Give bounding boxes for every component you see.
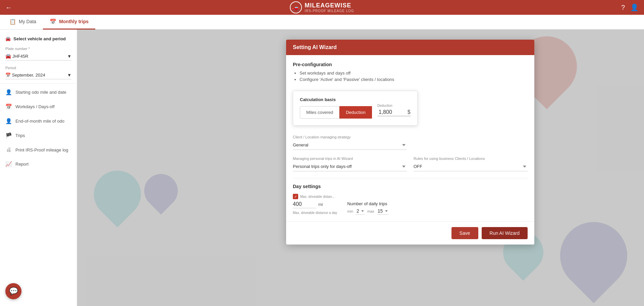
miles-covered-button[interactable]: Miles covered xyxy=(300,106,339,119)
wizard-header: Setting AI Wizard xyxy=(286,40,534,55)
app-subtitle: IRS-PROOF MILEAGE LOG xyxy=(305,9,354,13)
period-field: Period 📅 September, 2024 ▼ xyxy=(0,63,77,82)
sidebar-item-workdays[interactable]: 📅 Workdays / Days-off xyxy=(0,99,77,114)
calc-basis-popup: Calculation basis Miles covered Deductio… xyxy=(293,91,418,126)
business-rules-label: Rules for using business Clients / Locat… xyxy=(414,157,528,161)
max-drive-label: Max. driveable distan... xyxy=(300,195,335,199)
period-value: September, 2024 xyxy=(12,73,45,78)
plate-number-field: Plate number * 🚘 JHF45R ▼ xyxy=(0,44,77,63)
personal-trips-select[interactable]: Personal trips only for days-off All day… xyxy=(293,162,407,171)
max-drive-input[interactable] xyxy=(293,201,316,208)
bullet-1: Set workdays and days off xyxy=(300,71,528,76)
max-label: max xyxy=(367,209,374,213)
wizard-modal: Setting AI Wizard Pre-configuration Set … xyxy=(286,40,534,245)
min-select[interactable]: 2 1 3 xyxy=(356,208,365,215)
logo-area: 🚗 MILEAGEWISE IRS-PROOF MILEAGE LOG xyxy=(290,1,354,13)
deduction-label: Deduction xyxy=(377,104,392,107)
starting-odo-label: Starting odo mile and date xyxy=(15,90,66,95)
client-location-group: Client / Location managing strategy Gene… xyxy=(293,135,407,150)
client-location-label: Client / Location managing strategy xyxy=(293,135,407,139)
end-odo-icon: 👤 xyxy=(5,118,12,124)
print-icon: 🖨 xyxy=(5,147,12,153)
sidebar-item-end-odo[interactable]: 👤 End-of-month mile of odo xyxy=(0,114,77,128)
sidebar-item-starting-odo[interactable]: 👤 Starting odo mile and date xyxy=(0,85,77,99)
min-label: min xyxy=(347,209,353,213)
save-button[interactable]: Save xyxy=(451,227,478,239)
user-icon[interactable]: 👤 xyxy=(630,3,639,11)
daily-trips-group: Number of daily trips min 2 1 3 max xyxy=(347,201,388,215)
business-rules-select[interactable]: OFF ON xyxy=(414,162,528,171)
select-vehicle-title: 🚘 Select vehicle and period xyxy=(0,32,77,44)
deduction-currency-symbol: $ xyxy=(408,109,411,115)
sidebar: 🚘 Select vehicle and period Plate number… xyxy=(0,30,77,306)
day-settings-title: Day settings xyxy=(293,184,528,189)
sidebar-item-print[interactable]: 🖨 Print IRS-Proof mileage log xyxy=(0,143,77,157)
max-drive-note: Max. driveable distance a day xyxy=(293,211,337,215)
sidebar-item-trips[interactable]: 🏴 Trips xyxy=(0,128,77,143)
map-background: Setting AI Wizard Pre-configuration Set … xyxy=(77,30,644,306)
wizard-title: Setting AI Wizard xyxy=(293,44,337,50)
deduction-input[interactable] xyxy=(377,108,408,116)
plate-select[interactable]: 🚘 JHF45R ▼ xyxy=(5,52,71,60)
starting-odo-icon: 👤 xyxy=(5,89,12,95)
run-ai-wizard-button[interactable]: Run AI Wizard xyxy=(482,227,528,239)
calendar-icon: 📅 xyxy=(5,73,11,78)
personal-trips-label: Managing personal trips in AI Wizard xyxy=(293,157,407,161)
vehicle-icon: 🚘 xyxy=(5,36,11,41)
plate-icon: 🚘 xyxy=(5,53,11,59)
chat-icon: 💬 xyxy=(9,287,18,296)
wizard-body: Pre-configuration Set workdays and days … xyxy=(286,55,534,221)
tab-bar: 📋 My Data 📅 Monthly trips xyxy=(0,15,644,30)
period-label: Period xyxy=(5,66,71,70)
workdays-label: Workdays / Days-off xyxy=(15,104,55,109)
client-location-select[interactable]: General Custom xyxy=(293,140,407,150)
plate-value: JHF45R xyxy=(12,54,29,59)
sidebar-item-report[interactable]: 📈 Report xyxy=(0,157,77,171)
plate-label: Plate number * xyxy=(5,47,71,51)
report-label: Report xyxy=(15,162,29,167)
tab-monthly-trips-label: Monthly trips xyxy=(59,19,89,24)
end-odo-label: End-of-month mile of odo xyxy=(15,119,64,124)
monthly-trips-icon: 📅 xyxy=(50,18,56,25)
my-data-icon: 📋 xyxy=(9,18,16,25)
plate-chevron-icon: ▼ xyxy=(67,54,71,59)
tab-my-data-label: My Data xyxy=(19,19,36,24)
deduction-button[interactable]: Deduction xyxy=(339,106,372,119)
bullet-2: Configure 'Active' and 'Passive' clients… xyxy=(300,77,528,82)
trips-icon: 🏴 xyxy=(5,132,12,139)
calc-basis-title: Calculation basis xyxy=(300,97,411,102)
preconfig-title: Pre-configuration xyxy=(293,62,528,67)
chat-button[interactable]: 💬 xyxy=(5,283,21,299)
max-drive-group: Max. driveable distan... mi Max. driveab… xyxy=(293,194,337,215)
report-icon: 📈 xyxy=(5,161,12,167)
max-drive-input-row: mi xyxy=(293,201,337,208)
calc-basis-row: Miles covered Deduction Deduction $ xyxy=(300,106,411,119)
daily-trips-row: min 2 1 3 max 15 10 20 xyxy=(347,208,388,215)
tab-monthly-trips[interactable]: 📅 Monthly trips xyxy=(43,15,95,30)
business-rules-group: Rules for using business Clients / Locat… xyxy=(414,157,528,171)
max-drive-checkbox[interactable] xyxy=(293,194,298,199)
day-settings-row: Max. driveable distan... mi Max. driveab… xyxy=(293,194,528,215)
period-select[interactable]: 📅 September, 2024 ▼ xyxy=(5,71,71,79)
tab-my-data[interactable]: 📋 My Data xyxy=(3,15,43,30)
app-title: MILEAGEWISE xyxy=(305,2,354,9)
workdays-icon: 📅 xyxy=(5,103,12,110)
trips-label: Trips xyxy=(15,133,25,138)
daily-trips-label: Number of daily trips xyxy=(347,201,388,206)
deduction-field: Deduction $ xyxy=(377,108,411,116)
back-button[interactable]: ← xyxy=(5,4,12,11)
wizard-footer: Save Run AI Wizard xyxy=(286,221,534,245)
wizard-form-grid: Client / Location managing strategy Gene… xyxy=(293,135,528,171)
main-layout: 🚘 Select vehicle and period Plate number… xyxy=(0,30,644,306)
max-select[interactable]: 15 10 20 xyxy=(377,208,388,215)
personal-trips-group: Managing personal trips in AI Wizard Per… xyxy=(293,157,407,171)
print-label: Print IRS-Proof mileage log xyxy=(15,147,68,152)
logo-icon: 🚗 xyxy=(290,1,302,13)
topbar: ← 🚗 MILEAGEWISE IRS-PROOF MILEAGE LOG ? … xyxy=(0,0,644,15)
max-drive-unit: mi xyxy=(318,202,323,207)
day-settings-section: Day settings Max. driveable distan... mi xyxy=(293,178,528,215)
preconfig-bullets: Set workdays and days off Configure 'Act… xyxy=(293,71,528,82)
period-chevron-icon: ▼ xyxy=(67,73,71,78)
help-icon[interactable]: ? xyxy=(621,4,625,11)
